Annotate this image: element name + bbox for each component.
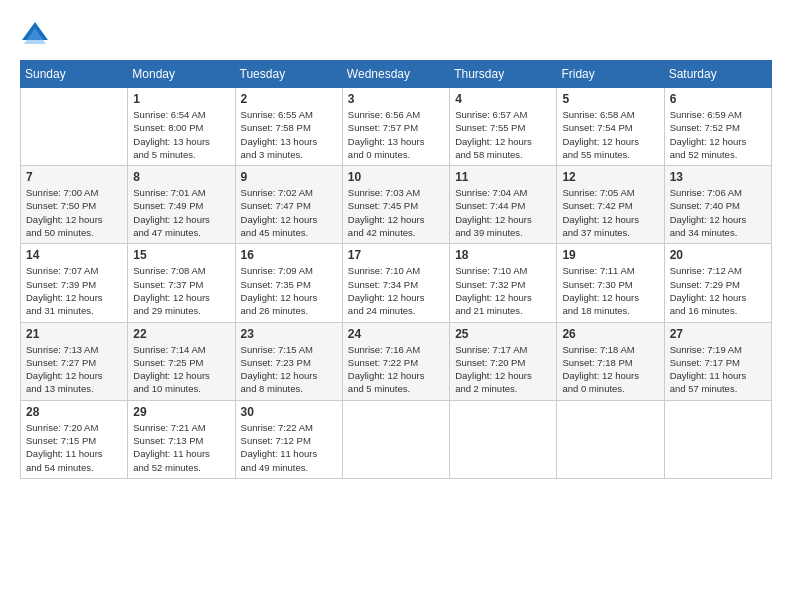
day-info: Sunrise: 7:19 AM Sunset: 7:17 PM Dayligh…: [670, 343, 766, 396]
day-number: 23: [241, 327, 337, 341]
day-info: Sunrise: 6:58 AM Sunset: 7:54 PM Dayligh…: [562, 108, 658, 161]
day-number: 3: [348, 92, 444, 106]
day-number: 28: [26, 405, 122, 419]
logo: [20, 20, 54, 50]
day-info: Sunrise: 7:09 AM Sunset: 7:35 PM Dayligh…: [241, 264, 337, 317]
day-number: 14: [26, 248, 122, 262]
day-info: Sunrise: 6:59 AM Sunset: 7:52 PM Dayligh…: [670, 108, 766, 161]
calendar-cell: 22Sunrise: 7:14 AM Sunset: 7:25 PM Dayli…: [128, 322, 235, 400]
calendar-cell: 29Sunrise: 7:21 AM Sunset: 7:13 PM Dayli…: [128, 400, 235, 478]
calendar-cell: 21Sunrise: 7:13 AM Sunset: 7:27 PM Dayli…: [21, 322, 128, 400]
day-number: 8: [133, 170, 229, 184]
calendar-cell: [557, 400, 664, 478]
day-info: Sunrise: 7:03 AM Sunset: 7:45 PM Dayligh…: [348, 186, 444, 239]
day-info: Sunrise: 7:18 AM Sunset: 7:18 PM Dayligh…: [562, 343, 658, 396]
day-number: 15: [133, 248, 229, 262]
calendar-cell: 26Sunrise: 7:18 AM Sunset: 7:18 PM Dayli…: [557, 322, 664, 400]
day-number: 17: [348, 248, 444, 262]
day-info: Sunrise: 7:08 AM Sunset: 7:37 PM Dayligh…: [133, 264, 229, 317]
day-number: 19: [562, 248, 658, 262]
day-number: 1: [133, 92, 229, 106]
calendar-cell: 16Sunrise: 7:09 AM Sunset: 7:35 PM Dayli…: [235, 244, 342, 322]
day-number: 13: [670, 170, 766, 184]
day-info: Sunrise: 7:01 AM Sunset: 7:49 PM Dayligh…: [133, 186, 229, 239]
day-info: Sunrise: 7:14 AM Sunset: 7:25 PM Dayligh…: [133, 343, 229, 396]
day-info: Sunrise: 7:05 AM Sunset: 7:42 PM Dayligh…: [562, 186, 658, 239]
day-number: 2: [241, 92, 337, 106]
calendar-cell: 25Sunrise: 7:17 AM Sunset: 7:20 PM Dayli…: [450, 322, 557, 400]
day-info: Sunrise: 7:11 AM Sunset: 7:30 PM Dayligh…: [562, 264, 658, 317]
calendar-cell: 24Sunrise: 7:16 AM Sunset: 7:22 PM Dayli…: [342, 322, 449, 400]
logo-icon: [20, 20, 50, 50]
calendar-cell: 12Sunrise: 7:05 AM Sunset: 7:42 PM Dayli…: [557, 166, 664, 244]
day-number: 11: [455, 170, 551, 184]
day-info: Sunrise: 7:15 AM Sunset: 7:23 PM Dayligh…: [241, 343, 337, 396]
column-header-monday: Monday: [128, 61, 235, 88]
day-info: Sunrise: 7:13 AM Sunset: 7:27 PM Dayligh…: [26, 343, 122, 396]
calendar-week-row: 28Sunrise: 7:20 AM Sunset: 7:15 PM Dayli…: [21, 400, 772, 478]
calendar-cell: 4Sunrise: 6:57 AM Sunset: 7:55 PM Daylig…: [450, 88, 557, 166]
day-number: 29: [133, 405, 229, 419]
calendar-cell: 7Sunrise: 7:00 AM Sunset: 7:50 PM Daylig…: [21, 166, 128, 244]
day-number: 12: [562, 170, 658, 184]
day-info: Sunrise: 7:02 AM Sunset: 7:47 PM Dayligh…: [241, 186, 337, 239]
column-header-saturday: Saturday: [664, 61, 771, 88]
day-number: 16: [241, 248, 337, 262]
day-info: Sunrise: 7:06 AM Sunset: 7:40 PM Dayligh…: [670, 186, 766, 239]
column-header-friday: Friday: [557, 61, 664, 88]
day-number: 18: [455, 248, 551, 262]
calendar-cell: 19Sunrise: 7:11 AM Sunset: 7:30 PM Dayli…: [557, 244, 664, 322]
calendar-cell: 18Sunrise: 7:10 AM Sunset: 7:32 PM Dayli…: [450, 244, 557, 322]
calendar-cell: [450, 400, 557, 478]
calendar-week-row: 1Sunrise: 6:54 AM Sunset: 8:00 PM Daylig…: [21, 88, 772, 166]
day-info: Sunrise: 7:16 AM Sunset: 7:22 PM Dayligh…: [348, 343, 444, 396]
calendar-cell: 1Sunrise: 6:54 AM Sunset: 8:00 PM Daylig…: [128, 88, 235, 166]
day-info: Sunrise: 7:12 AM Sunset: 7:29 PM Dayligh…: [670, 264, 766, 317]
calendar-cell: [21, 88, 128, 166]
calendar-week-row: 21Sunrise: 7:13 AM Sunset: 7:27 PM Dayli…: [21, 322, 772, 400]
day-number: 6: [670, 92, 766, 106]
day-number: 5: [562, 92, 658, 106]
calendar-cell: 2Sunrise: 6:55 AM Sunset: 7:58 PM Daylig…: [235, 88, 342, 166]
calendar-cell: 30Sunrise: 7:22 AM Sunset: 7:12 PM Dayli…: [235, 400, 342, 478]
day-number: 26: [562, 327, 658, 341]
calendar-cell: 15Sunrise: 7:08 AM Sunset: 7:37 PM Dayli…: [128, 244, 235, 322]
day-info: Sunrise: 7:22 AM Sunset: 7:12 PM Dayligh…: [241, 421, 337, 474]
column-header-wednesday: Wednesday: [342, 61, 449, 88]
day-info: Sunrise: 7:10 AM Sunset: 7:32 PM Dayligh…: [455, 264, 551, 317]
calendar-cell: 10Sunrise: 7:03 AM Sunset: 7:45 PM Dayli…: [342, 166, 449, 244]
calendar-cell: 9Sunrise: 7:02 AM Sunset: 7:47 PM Daylig…: [235, 166, 342, 244]
day-info: Sunrise: 7:20 AM Sunset: 7:15 PM Dayligh…: [26, 421, 122, 474]
calendar-cell: 13Sunrise: 7:06 AM Sunset: 7:40 PM Dayli…: [664, 166, 771, 244]
column-header-tuesday: Tuesday: [235, 61, 342, 88]
day-info: Sunrise: 7:10 AM Sunset: 7:34 PM Dayligh…: [348, 264, 444, 317]
calendar-week-row: 14Sunrise: 7:07 AM Sunset: 7:39 PM Dayli…: [21, 244, 772, 322]
day-info: Sunrise: 6:57 AM Sunset: 7:55 PM Dayligh…: [455, 108, 551, 161]
calendar-cell: [342, 400, 449, 478]
day-info: Sunrise: 7:04 AM Sunset: 7:44 PM Dayligh…: [455, 186, 551, 239]
column-header-sunday: Sunday: [21, 61, 128, 88]
page-header: [20, 20, 772, 50]
calendar-cell: 11Sunrise: 7:04 AM Sunset: 7:44 PM Dayli…: [450, 166, 557, 244]
day-number: 22: [133, 327, 229, 341]
calendar-cell: [664, 400, 771, 478]
day-number: 21: [26, 327, 122, 341]
day-number: 24: [348, 327, 444, 341]
calendar-cell: 14Sunrise: 7:07 AM Sunset: 7:39 PM Dayli…: [21, 244, 128, 322]
day-number: 27: [670, 327, 766, 341]
day-info: Sunrise: 7:00 AM Sunset: 7:50 PM Dayligh…: [26, 186, 122, 239]
calendar-cell: 20Sunrise: 7:12 AM Sunset: 7:29 PM Dayli…: [664, 244, 771, 322]
day-info: Sunrise: 6:54 AM Sunset: 8:00 PM Dayligh…: [133, 108, 229, 161]
day-number: 20: [670, 248, 766, 262]
calendar-header-row: SundayMondayTuesdayWednesdayThursdayFrid…: [21, 61, 772, 88]
calendar-cell: 3Sunrise: 6:56 AM Sunset: 7:57 PM Daylig…: [342, 88, 449, 166]
day-info: Sunrise: 7:17 AM Sunset: 7:20 PM Dayligh…: [455, 343, 551, 396]
calendar-cell: 27Sunrise: 7:19 AM Sunset: 7:17 PM Dayli…: [664, 322, 771, 400]
day-info: Sunrise: 6:55 AM Sunset: 7:58 PM Dayligh…: [241, 108, 337, 161]
calendar-cell: 28Sunrise: 7:20 AM Sunset: 7:15 PM Dayli…: [21, 400, 128, 478]
day-number: 4: [455, 92, 551, 106]
day-info: Sunrise: 7:07 AM Sunset: 7:39 PM Dayligh…: [26, 264, 122, 317]
day-number: 10: [348, 170, 444, 184]
column-header-thursday: Thursday: [450, 61, 557, 88]
day-number: 7: [26, 170, 122, 184]
